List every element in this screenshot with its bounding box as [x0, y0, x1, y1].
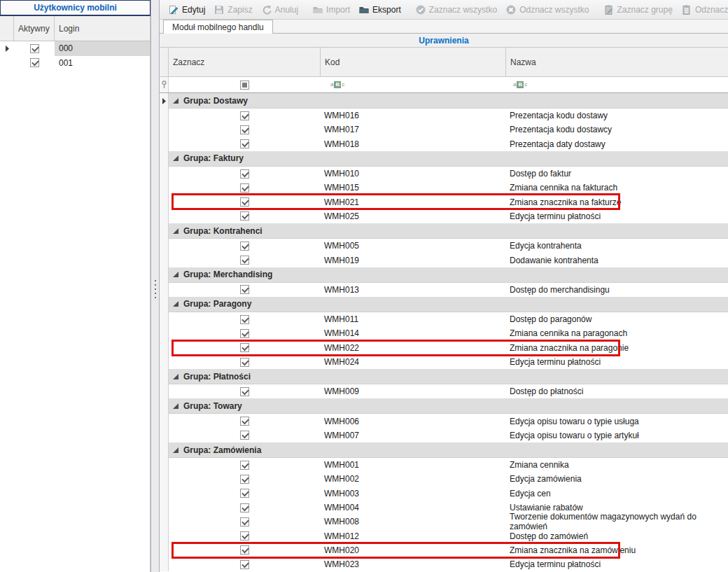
login-cell[interactable]: 000: [55, 41, 150, 56]
zaznacz-cell[interactable]: [169, 515, 321, 529]
zaznacz-checkbox[interactable]: [240, 417, 249, 426]
aktywny-cell[interactable]: [14, 41, 55, 56]
zaznacz-checkbox[interactable]: [240, 315, 249, 324]
zaznacz-cell[interactable]: [169, 458, 321, 472]
permission-row[interactable]: WMH006Edycja opisu towaru o typie usługa: [160, 414, 728, 428]
group-row[interactable]: Grupa: Faktury: [160, 151, 728, 167]
group-row[interactable]: Grupa: Merchandising: [160, 267, 728, 283]
permission-row[interactable]: WMH017Prezentacja kodu dostawcy: [160, 123, 728, 137]
permission-row[interactable]: WMH024Edycja terminu płatności: [160, 355, 728, 369]
zaznacz-checkbox[interactable]: [240, 489, 249, 498]
permission-row[interactable]: WMH001Zmiana cennika: [160, 458, 728, 472]
toolbar-button-eksport[interactable]: Eksport: [354, 2, 405, 18]
column-header-nazwa[interactable]: Nazwa: [506, 48, 728, 76]
permission-row[interactable]: WMH020Zmiana znacznika na zamówieniu: [160, 543, 728, 557]
toolbar-button-zaznacz-grup-[interactable]: Zaznacz grupę: [599, 2, 677, 18]
collapse-group-icon[interactable]: [173, 403, 178, 409]
group-row[interactable]: Grupa: Dostawy: [160, 93, 728, 109]
zaznacz-checkbox[interactable]: [240, 387, 249, 396]
users-column-aktywny[interactable]: Aktywny: [14, 16, 55, 41]
toolbar-button-zapisz[interactable]: Zapisz: [209, 2, 256, 18]
zaznacz-checkbox[interactable]: [240, 503, 249, 512]
group-row[interactable]: Grupa: Paragony: [160, 297, 728, 312]
collapse-group-icon[interactable]: [173, 447, 178, 453]
zaznacz-checkbox[interactable]: [240, 183, 249, 193]
permission-row[interactable]: WMH023Edycja terminu płatności: [160, 557, 728, 571]
filter-nazwa-cell[interactable]: aBc: [506, 77, 728, 92]
group-header-bar[interactable]: Grupa: Płatności: [169, 369, 728, 384]
zaznacz-cell[interactable]: [169, 557, 321, 571]
zaznacz-checkbox[interactable]: [240, 531, 249, 540]
group-header-bar[interactable]: Grupa: Merchandising: [169, 267, 728, 283]
toolbar-button-import[interactable]: Import: [308, 2, 354, 18]
collapse-group-icon[interactable]: [173, 155, 178, 161]
filter-checkbox[interactable]: [240, 81, 249, 90]
group-row[interactable]: Grupa: Zamówienia: [160, 442, 728, 458]
group-header-bar[interactable]: Grupa: Zamówienia: [169, 442, 728, 458]
permission-row[interactable]: WMH003Edycja cen: [160, 487, 728, 501]
zaznacz-checkbox[interactable]: [240, 211, 249, 221]
toolbar-button-zaznacz-wszystko[interactable]: Zaznacz wszystko: [411, 2, 501, 18]
zaznacz-cell[interactable]: [169, 209, 321, 223]
permission-row[interactable]: WMH013Dostęp do merchandisingu: [160, 283, 728, 297]
column-header-zaznacz[interactable]: Zaznacz: [169, 48, 321, 76]
zaznacz-checkbox[interactable]: [240, 285, 249, 294]
zaznacz-cell[interactable]: [169, 137, 321, 151]
permission-row[interactable]: WMH019Dodawanie kontrahenta: [160, 253, 728, 267]
zaznacz-cell[interactable]: [169, 109, 321, 123]
permission-row[interactable]: WMH008Tworzenie dokumentów magazynowych …: [160, 515, 728, 529]
zaznacz-cell[interactable]: [169, 501, 321, 515]
zaznacz-checkbox[interactable]: [240, 475, 249, 484]
zaznacz-cell[interactable]: [169, 239, 321, 253]
permission-row[interactable]: WMH021Zmiana znacznika na fakturze: [160, 195, 728, 209]
permission-row[interactable]: WMH014Zmiana cennika na paragonach: [160, 326, 728, 340]
group-header-bar[interactable]: Grupa: Kontrahenci: [169, 223, 728, 239]
collapse-group-icon[interactable]: [173, 228, 178, 234]
zaznacz-cell[interactable]: [169, 487, 321, 501]
collapse-group-icon[interactable]: [173, 301, 178, 307]
collapse-group-icon[interactable]: [173, 98, 178, 104]
zaznacz-checkbox[interactable]: [240, 197, 249, 207]
login-cell[interactable]: 001: [55, 56, 150, 71]
filter-checkbox-cell[interactable]: [169, 77, 321, 92]
permission-row[interactable]: WMH025Edycja terminu płatności: [160, 209, 728, 223]
zaznacz-cell[interactable]: [169, 312, 321, 326]
permission-row[interactable]: WMH009Dostęp do płatności: [160, 384, 728, 398]
zaznacz-cell[interactable]: [169, 529, 321, 543]
permission-row[interactable]: WMH010Dostęp do faktur: [160, 167, 728, 181]
zaznacz-cell[interactable]: [169, 253, 321, 267]
zaznacz-cell[interactable]: [169, 472, 321, 486]
permission-row[interactable]: WMH007Edycja opisu towaru o typie artyku…: [160, 428, 728, 442]
group-row[interactable]: Grupa: Kontrahenci: [160, 223, 728, 239]
group-header-bar[interactable]: Grupa: Dostawy: [169, 93, 728, 109]
tab-modul-mobilnego-handlu[interactable]: Moduł mobilnego handlu: [163, 20, 273, 34]
column-header-kod[interactable]: Kod: [321, 48, 506, 76]
permission-row[interactable]: WMH016Prezentacja kodu dostawy: [160, 109, 728, 123]
zaznacz-cell[interactable]: [169, 167, 321, 181]
zaznacz-cell[interactable]: [169, 355, 321, 369]
zaznacz-checkbox[interactable]: [240, 169, 249, 179]
zaznacz-checkbox[interactable]: [240, 242, 249, 251]
users-column-login[interactable]: Login: [55, 16, 150, 41]
aktywny-cell[interactable]: [14, 56, 55, 71]
zaznacz-checkbox[interactable]: [240, 517, 249, 526]
zaznacz-checkbox[interactable]: [240, 461, 249, 470]
zaznacz-cell[interactable]: [169, 428, 321, 442]
toolbar-button-odznacz-wszystko[interactable]: Odznacz wszystko: [501, 2, 593, 18]
permission-row[interactable]: WMH011Dostęp do paragonów: [160, 312, 728, 326]
panel-splitter[interactable]: [150, 0, 160, 572]
filter-kod-cell[interactable]: aBc: [321, 77, 506, 92]
zaznacz-cell[interactable]: [169, 195, 321, 209]
permission-row[interactable]: WMH012Dostęp do zamówień: [160, 529, 728, 543]
permission-row[interactable]: WMH022Zmiana znacznika na paragonie: [160, 341, 728, 355]
collapse-group-icon[interactable]: [173, 272, 178, 277]
collapse-group-icon[interactable]: [173, 374, 178, 379]
toolbar-button-edytuj[interactable]: Edytuj: [164, 2, 209, 18]
permission-row[interactable]: WMH002Edycja zamówienia: [160, 472, 728, 486]
zaznacz-cell[interactable]: [169, 283, 321, 297]
toolbar-button-odznacz-grup-[interactable]: Odznacz grupę: [677, 2, 728, 18]
aktywny-checkbox[interactable]: [30, 44, 39, 53]
zaznacz-cell[interactable]: [169, 414, 321, 428]
zaznacz-checkbox[interactable]: [240, 125, 249, 134]
permission-row[interactable]: WMH018Prezentacja daty dostawy: [160, 137, 728, 151]
